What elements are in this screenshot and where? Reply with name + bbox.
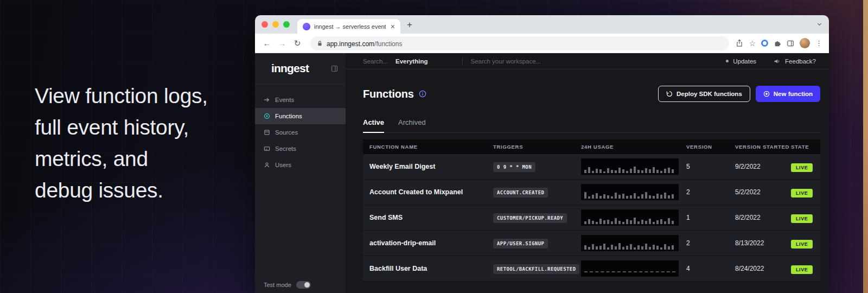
- new-button-label: New function: [774, 91, 813, 97]
- sidebar-item-users[interactable]: Users: [255, 157, 346, 173]
- trigger-badge: CUSTOMER/PICKUP.READY: [493, 213, 567, 223]
- sidebar-item-events[interactable]: Events: [255, 92, 346, 108]
- function-name: Account Created to Mixpanel: [369, 188, 493, 196]
- marketing-banner: View function logs, full event history, …: [0, 0, 868, 293]
- usage-sparkline: [581, 235, 679, 251]
- forward-button[interactable]: →: [276, 39, 289, 48]
- hero-line: View function logs,: [35, 80, 208, 112]
- megaphone-icon: [774, 58, 781, 65]
- reload-button[interactable]: ↻: [291, 39, 304, 48]
- function-name: Send SMS: [369, 214, 493, 221]
- deploy-sdk-button[interactable]: Deploy SDK functions: [658, 86, 750, 102]
- table-row[interactable]: Account Created to Mixpanel ACCOUNT.CREA…: [363, 180, 820, 205]
- col-state: STATE: [791, 144, 820, 150]
- side-panel-icon[interactable]: [787, 40, 794, 47]
- tab-search-chevron-icon[interactable]: [816, 21, 822, 27]
- new-function-button[interactable]: New function: [756, 86, 820, 102]
- col-function-name: FUNCTION NAME: [369, 144, 493, 150]
- version-started-value: 9/2/2022: [735, 163, 791, 170]
- table-row[interactable]: Send SMS CUSTOMER/PICKUP.READY 1 8/2/202…: [363, 205, 820, 231]
- tab-archived[interactable]: Archived: [398, 118, 426, 132]
- hero-line: metrics, and: [35, 143, 208, 175]
- sidebar-item-label: Sources: [275, 129, 298, 136]
- sidebar-item-sources[interactable]: Sources: [255, 124, 346, 141]
- browser-window: inngest → serverless event-dri... × + ← …: [255, 15, 829, 293]
- minimize-window-button[interactable]: [272, 21, 279, 28]
- profile-avatar[interactable]: [800, 38, 810, 48]
- hero-line: debug issues.: [35, 175, 208, 206]
- inngest-logo: inngest: [271, 62, 309, 75]
- tab-active[interactable]: Active: [363, 118, 384, 133]
- topbar-divider: [462, 58, 463, 65]
- extension-ring-icon[interactable]: [761, 40, 768, 47]
- state-badge: LIVE: [791, 265, 813, 274]
- version-started-value: 8/24/2022: [735, 265, 791, 272]
- col-version: VERSION: [686, 144, 735, 150]
- new-tab-button[interactable]: +: [407, 20, 412, 29]
- sidebar-item-secrets[interactable]: Secrets: [255, 141, 346, 157]
- table-row[interactable]: activation-drip-email APP/USER.SIGNUP 2 …: [363, 231, 820, 256]
- sidebar-item-label: Secrets: [275, 145, 296, 152]
- browser-tab[interactable]: inngest → serverless event-dri... ×: [297, 19, 400, 34]
- workspace-search-input[interactable]: Search your workspace...: [470, 58, 541, 65]
- sidebar-item-functions[interactable]: Functions: [255, 108, 346, 124]
- toolbar-icons: ☆ ⋮: [736, 38, 824, 48]
- share-icon[interactable]: [736, 39, 743, 47]
- tab-favicon-icon: [303, 23, 310, 30]
- sidebar: inngest Events Functions: [255, 53, 346, 293]
- feedback-link[interactable]: Feedback?: [785, 58, 816, 65]
- usage-sparkline: [581, 260, 679, 277]
- page-title: Functions: [363, 88, 414, 100]
- search-shortcut[interactable]: Search...: [363, 58, 388, 65]
- extensions-puzzle-icon[interactable]: [774, 40, 781, 47]
- hero-line: full event history,: [35, 112, 208, 143]
- usage-sparkline: [581, 209, 679, 226]
- deploy-button-label: Deploy SDK functions: [676, 91, 742, 97]
- function-name: activation-drip-email: [369, 239, 493, 247]
- tab-close-icon[interactable]: ×: [390, 23, 396, 30]
- topbar-right: Updates Feedback?: [726, 58, 816, 65]
- state-badge: LIVE: [791, 214, 813, 223]
- state-badge: LIVE: [791, 240, 813, 249]
- test-mode-control: Test mode: [264, 281, 311, 289]
- url-bar[interactable]: app.inngest.com/functions: [310, 36, 729, 50]
- functions-table: FUNCTION NAME TRIGGERS 24H USAGE VERSION…: [363, 139, 820, 282]
- browser-menu-icon[interactable]: ⋮: [815, 39, 822, 47]
- edge-accent-strip: [863, 0, 868, 293]
- search-scope[interactable]: Everything: [395, 58, 427, 65]
- sidebar-item-label: Users: [275, 162, 291, 168]
- plus-circle-icon: [763, 91, 770, 97]
- usage-sparkline: [581, 184, 679, 200]
- updates-dot-icon: [726, 60, 729, 62]
- table-row[interactable]: Weekly Email Digest 0 9 * * MON 5 9/2/20…: [363, 154, 820, 180]
- sidebar-nav: Events Functions Sources Secrets: [255, 84, 346, 173]
- tab-title: inngest → serverless event-dri...: [314, 23, 386, 30]
- page-header: Functions Deploy SDK functions New: [363, 86, 820, 102]
- info-icon[interactable]: [419, 90, 426, 98]
- app-topbar: Search... Everything Search your workspa…: [346, 53, 829, 69]
- version-started-value: 5/2/2022: [735, 188, 791, 196]
- toggle-knob: [304, 282, 310, 288]
- trigger-badge: 0 9 * * MON: [493, 162, 535, 172]
- state-badge: LIVE: [791, 189, 813, 198]
- close-window-button[interactable]: [261, 21, 268, 28]
- version-value: 4: [686, 265, 735, 272]
- back-button[interactable]: ←: [260, 39, 273, 48]
- version-value: 1: [686, 214, 735, 221]
- zoom-window-button[interactable]: [283, 21, 290, 28]
- functions-page: Functions Deploy SDK functions New: [346, 69, 829, 282]
- app-main: Search... Everything Search your workspa…: [346, 53, 829, 293]
- version-value: 2: [686, 188, 735, 196]
- test-mode-toggle[interactable]: [296, 281, 311, 289]
- table-row[interactable]: Backfill User Data RETOOL/BACKFILL.REQUE…: [363, 256, 820, 282]
- bookmark-star-icon[interactable]: ☆: [749, 40, 756, 47]
- updates-link[interactable]: Updates: [733, 58, 756, 65]
- table-header: FUNCTION NAME TRIGGERS 24H USAGE VERSION…: [363, 139, 820, 154]
- state-badge: LIVE: [791, 163, 813, 172]
- users-person-icon: [264, 162, 270, 168]
- window-controls: [255, 21, 297, 28]
- collapse-sidebar-icon[interactable]: [331, 65, 338, 72]
- test-mode-label: Test mode: [264, 282, 291, 288]
- sidebar-item-label: Functions: [275, 113, 302, 119]
- hero-text: View function logs, full event history, …: [35, 80, 208, 206]
